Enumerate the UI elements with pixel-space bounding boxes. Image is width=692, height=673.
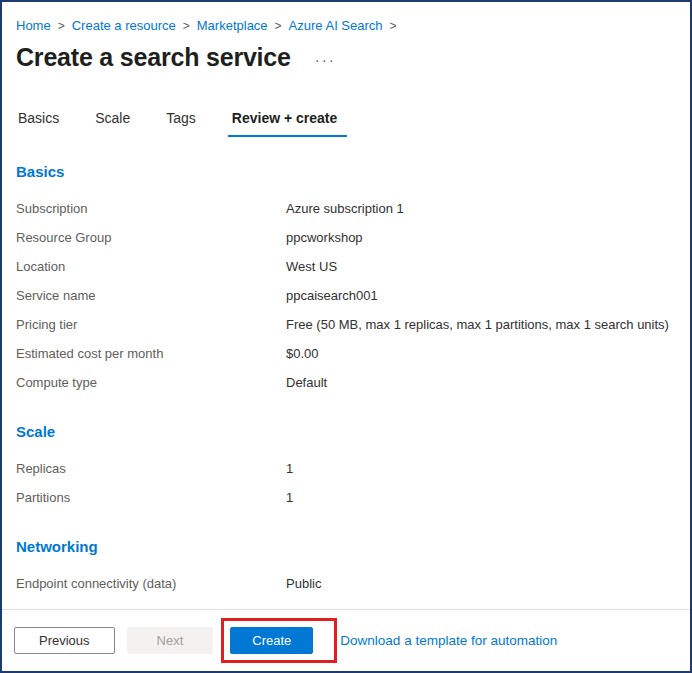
review-row-partitions: Partitions 1: [16, 483, 676, 512]
review-row-location: Location West US: [16, 252, 676, 281]
review-row-subscription: Subscription Azure subscription 1: [16, 194, 676, 223]
review-row-pricing-tier: Pricing tier Free (50 MB, max 1 replicas…: [16, 310, 676, 339]
review-row-compute-type: Compute type Default: [16, 368, 676, 397]
field-value: Free (50 MB, max 1 replicas, max 1 parti…: [286, 317, 669, 332]
review-row-replicas: Replicas 1: [16, 454, 676, 483]
field-label: Estimated cost per month: [16, 346, 286, 361]
section-heading-networking: Networking: [16, 538, 676, 555]
download-template-link[interactable]: Download a template for automation: [340, 633, 557, 648]
create-button[interactable]: Create: [230, 627, 313, 654]
next-button[interactable]: Next: [127, 627, 214, 654]
field-value: 1: [286, 490, 293, 505]
field-label: Partitions: [16, 490, 286, 505]
tab-bar: Basics Scale Tags Review + create: [2, 104, 690, 137]
breadcrumb: Home>Create a resource>Marketplace>Azure…: [2, 2, 690, 33]
field-label: Service name: [16, 288, 286, 303]
review-content: Basics Subscription Azure subscription 1…: [2, 137, 690, 609]
breadcrumb-link-marketplace[interactable]: Marketplace: [197, 18, 268, 33]
page-title: Create a search service: [16, 43, 291, 72]
tab-review-create[interactable]: Review + create: [230, 104, 339, 137]
field-value: Public: [286, 576, 321, 591]
tab-tags[interactable]: Tags: [164, 104, 198, 137]
field-value: ppcworkshop: [286, 230, 363, 245]
footer-action-bar: Previous Next Create Download a template…: [2, 609, 690, 671]
create-search-service-page: Home>Create a resource>Marketplace>Azure…: [0, 0, 692, 673]
annotation-highlight-box: Create: [221, 618, 337, 663]
breadcrumb-separator: >: [390, 19, 397, 33]
field-label: Location: [16, 259, 286, 274]
breadcrumb-link-home[interactable]: Home: [16, 18, 51, 33]
field-label: Replicas: [16, 461, 286, 476]
breadcrumb-separator: >: [275, 19, 282, 33]
title-row: Create a search service ···: [2, 33, 690, 72]
field-label: Endpoint connectivity (data): [16, 576, 286, 591]
field-label: Compute type: [16, 375, 286, 390]
tab-scale[interactable]: Scale: [93, 104, 132, 137]
more-options-button[interactable]: ···: [311, 49, 340, 70]
review-row-resource-group: Resource Group ppcworkshop: [16, 223, 676, 252]
breadcrumb-link-create-a-resource[interactable]: Create a resource: [72, 18, 176, 33]
review-row-endpoint-connectivity: Endpoint connectivity (data) Public: [16, 569, 676, 598]
field-value: West US: [286, 259, 337, 274]
section-heading-scale: Scale: [16, 423, 676, 440]
field-label: Pricing tier: [16, 317, 286, 332]
review-row-service-name: Service name ppcaisearch001: [16, 281, 676, 310]
section-heading-basics: Basics: [16, 163, 676, 180]
field-value: $0.00: [286, 346, 319, 361]
field-value: Default: [286, 375, 327, 390]
field-label: Subscription: [16, 201, 286, 216]
field-label: Resource Group: [16, 230, 286, 245]
breadcrumb-separator: >: [183, 19, 190, 33]
field-value: Azure subscription 1: [286, 201, 404, 216]
review-row-estimated-cost: Estimated cost per month $0.00: [16, 339, 676, 368]
previous-button[interactable]: Previous: [14, 627, 115, 654]
field-value: 1: [286, 461, 293, 476]
field-value: ppcaisearch001: [286, 288, 378, 303]
breadcrumb-separator: >: [58, 19, 65, 33]
tab-basics[interactable]: Basics: [16, 104, 61, 137]
breadcrumb-link-azure-ai-search[interactable]: Azure AI Search: [289, 18, 383, 33]
